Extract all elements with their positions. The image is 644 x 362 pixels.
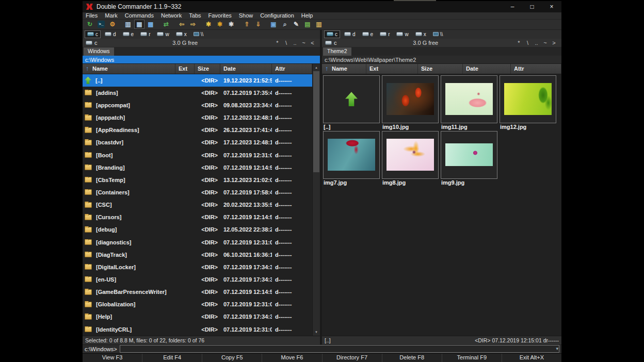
- column-header-size[interactable]: Size: [418, 64, 463, 74]
- unselect-group-icon[interactable]: ✱: [215, 20, 225, 29]
- edit-file-icon[interactable]: ✎: [291, 20, 301, 29]
- sync-dirs-icon[interactable]: ▥: [314, 20, 324, 29]
- thumb-item[interactable]: [..]: [323, 75, 380, 130]
- drive-button-w[interactable]: w: [394, 30, 411, 38]
- column-header-date[interactable]: Date: [463, 64, 511, 74]
- column-header-attr[interactable]: Attr: [511, 64, 561, 74]
- drive-button-c[interactable]: c: [85, 30, 101, 38]
- file-row[interactable]: [DigitalLocker]<DIR>07.12.2019 17:34:32d…: [83, 261, 312, 273]
- menu-files[interactable]: Files: [86, 12, 98, 19]
- nav-button-home[interactable]: ~: [299, 40, 308, 46]
- terminal-icon[interactable]: >_: [96, 20, 106, 29]
- options-icon[interactable]: ⚙: [107, 20, 118, 29]
- move-f6-button[interactable]: Move F6: [262, 354, 321, 362]
- file-row[interactable]: [Containers]<DIR>07.12.2019 17:58:40d---…: [83, 186, 312, 199]
- select-group-icon[interactable]: ✱: [203, 20, 214, 29]
- file-row[interactable]: [appcompat]<DIR>09.08.2023 23:34:49d----…: [83, 99, 312, 111]
- menu-favorites[interactable]: Favorites: [208, 12, 232, 19]
- network-button[interactable]: \\: [430, 30, 446, 38]
- tab-windows[interactable]: Windows: [84, 47, 114, 56]
- column-header-attr[interactable]: Attr: [272, 64, 312, 74]
- drive-button-r[interactable]: r: [138, 30, 153, 38]
- column-header-size[interactable]: Size: [195, 64, 220, 74]
- file-row[interactable]: [apppatch]<DIR>17.12.2023 12:48:17d-----…: [83, 111, 312, 124]
- drive-button-c[interactable]: c: [324, 30, 340, 38]
- edit-f4-button[interactable]: Edit F4: [142, 354, 202, 362]
- thumb-item[interactable]: img11.jpg: [441, 75, 497, 130]
- open-dir-right-icon[interactable]: ⇨: [188, 20, 198, 29]
- scroll-up-icon[interactable]: ▲: [313, 64, 320, 71]
- thumb-item[interactable]: img7.jpg: [323, 131, 380, 186]
- search-icon[interactable]: ⌕: [280, 20, 290, 29]
- extract-files-icon[interactable]: ⇓: [253, 20, 263, 29]
- scrollbar[interactable]: ▲ ▼: [312, 64, 320, 336]
- path-bar-left[interactable]: c:\Windows: [83, 56, 320, 64]
- drive-button-w[interactable]: w: [154, 30, 171, 38]
- drive-button-r[interactable]: r: [377, 30, 392, 38]
- nav-button-history[interactable]: >: [550, 40, 558, 46]
- file-row[interactable]: [IdentityCRL]<DIR>07.12.2019 12:31:03d--…: [83, 323, 312, 335]
- minimize-button[interactable]: –: [503, 1, 522, 12]
- nav-button-parent[interactable]: ..: [532, 40, 541, 46]
- network-button[interactable]: \\: [191, 30, 206, 38]
- menu-mark[interactable]: Mark: [105, 12, 117, 19]
- drive-button-d[interactable]: d: [102, 30, 119, 38]
- column-header-ext[interactable]: Ext: [175, 64, 195, 74]
- copy-names-icon[interactable]: ▣: [268, 20, 279, 29]
- menu-configuration[interactable]: Configuration: [260, 12, 294, 19]
- file-row[interactable]: [Branding]<DIR>07.12.2019 12:14:52d-----…: [83, 161, 312, 174]
- thumb-item[interactable]: img12.jpg: [500, 75, 556, 130]
- path-bar-right[interactable]: c:\Windows\Web\Wallpaper\Theme2: [322, 56, 561, 64]
- brief-view-icon[interactable]: ▥: [123, 20, 133, 29]
- drive-button-d[interactable]: d: [342, 30, 358, 38]
- file-row[interactable]: [CSC]<DIR>20.02.2022 13:35:56d-------: [83, 199, 312, 211]
- directory-f7-button[interactable]: Directory F7: [322, 354, 382, 362]
- drive-button-e[interactable]: e: [120, 30, 137, 38]
- file-row[interactable]: [GameBarPresenceWriter]<DIR>07.12.2019 1…: [83, 286, 312, 298]
- drive-button-x[interactable]: x: [413, 30, 429, 38]
- nav-button-root[interactable]: \: [282, 40, 291, 46]
- invert-selection-icon[interactable]: ✱: [226, 20, 236, 29]
- file-row[interactable]: [Globalization]<DIR>07.12.2019 12:31:03d…: [83, 298, 312, 310]
- terminal-f9-button[interactable]: Terminal F9: [442, 354, 502, 362]
- nav-button-history[interactable]: <: [308, 40, 317, 46]
- copy-f5-button[interactable]: Copy F5: [202, 354, 262, 362]
- file-row[interactable]: [addins]<DIR>07.12.2019 17:35:43d-------: [83, 87, 312, 99]
- thumb-item[interactable]: img8.jpg: [382, 131, 439, 186]
- file-row[interactable]: [DiagTrack]<DIR>06.10.2021 16:36:17d----…: [83, 249, 312, 261]
- file-row[interactable]: [diagnostics]<DIR>07.12.2019 12:31:03d--…: [83, 236, 312, 248]
- close-button[interactable]: ×: [542, 1, 561, 12]
- file-row[interactable]: [en-US]<DIR>07.12.2019 17:34:32d-------: [83, 273, 312, 286]
- column-header-name[interactable]: ↑Name: [83, 64, 175, 74]
- view-f3-button[interactable]: View F3: [83, 354, 142, 362]
- file-row[interactable]: [CbsTemp]<DIR>13.12.2023 21:02:03d------…: [83, 174, 312, 186]
- folder-hotlist-icon[interactable]: ▤: [302, 20, 313, 29]
- delete-f8-button[interactable]: Delete F8: [382, 354, 442, 362]
- file-row[interactable]: [AppReadiness]<DIR>26.12.2023 17:41:40d-…: [83, 124, 312, 136]
- command-history-dropdown-icon[interactable]: ▾: [556, 345, 558, 353]
- tab-theme2[interactable]: Theme2: [323, 47, 351, 56]
- maximize-button[interactable]: □: [522, 1, 542, 12]
- thumb-item[interactable]: img10.jpg: [382, 75, 439, 130]
- command-input[interactable]: [120, 345, 559, 353]
- drive-button-e[interactable]: e: [360, 30, 376, 38]
- column-header-date[interactable]: Date: [220, 64, 272, 74]
- file-row[interactable]: [bcastdvr]<DIR>17.12.2023 12:48:17d-----…: [83, 136, 312, 149]
- file-row[interactable]: [Cursors]<DIR>07.12.2019 12:14:54d------…: [83, 211, 312, 223]
- scroll-down-icon[interactable]: ▼: [313, 328, 320, 336]
- menu-commands[interactable]: Commands: [125, 12, 154, 19]
- swap-panels-icon[interactable]: ⇄: [161, 20, 171, 29]
- open-dir-left-icon[interactable]: ⇦: [176, 20, 187, 29]
- nav-button-parent[interactable]: ..: [291, 40, 299, 46]
- refresh-icon[interactable]: ↻: [85, 20, 95, 29]
- file-row[interactable]: [debug]<DIR>12.05.2022 22:38:23d-------: [83, 223, 312, 236]
- full-view-icon[interactable]: ▦: [134, 20, 144, 29]
- column-header-name[interactable]: ↑Name: [322, 64, 366, 74]
- thumb-item[interactable]: img9.jpg: [441, 131, 497, 186]
- pack-files-icon[interactable]: ⇑: [242, 20, 252, 29]
- nav-button-wildcard[interactable]: *: [273, 40, 282, 46]
- file-row[interactable]: [..]<DIR>19.12.2023 21:52:53d-------: [83, 74, 312, 87]
- file-row[interactable]: [Boot]<DIR>07.12.2019 12:31:03d-------: [83, 149, 312, 161]
- menu-help[interactable]: Help: [301, 12, 313, 19]
- menu-network[interactable]: Network: [161, 12, 182, 19]
